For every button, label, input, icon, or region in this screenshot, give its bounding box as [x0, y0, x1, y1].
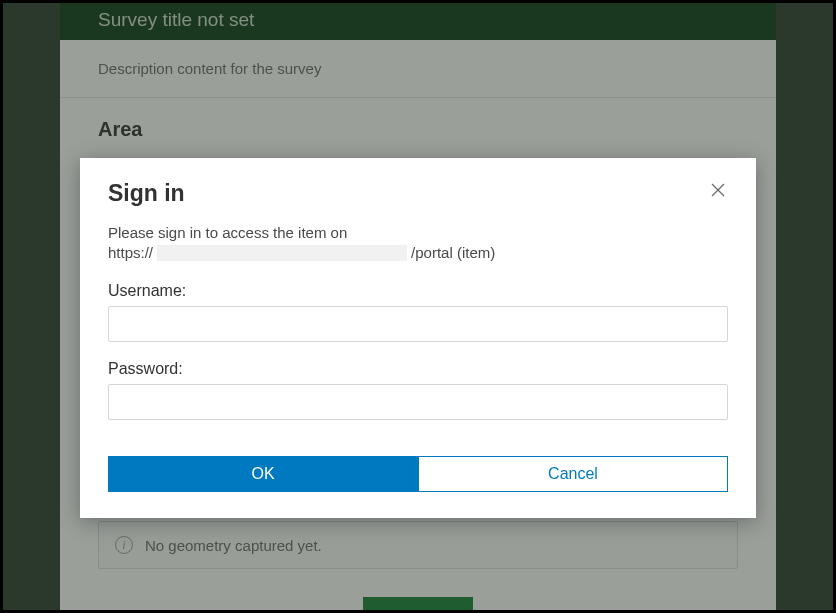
url-prefix: https://: [108, 243, 153, 263]
ok-button[interactable]: OK: [108, 456, 418, 492]
modal-message: Please sign in to access the item on htt…: [108, 223, 728, 264]
modal-title: Sign in: [108, 180, 185, 207]
modal-overlay: Sign in Please sign in to access the ite…: [0, 0, 836, 613]
signin-modal: Sign in Please sign in to access the ite…: [80, 158, 756, 518]
url-suffix: /portal (item): [411, 243, 495, 263]
username-group: Username:: [108, 282, 728, 342]
username-input[interactable]: [108, 306, 728, 342]
url-redacted: [157, 245, 407, 261]
password-label: Password:: [108, 360, 728, 378]
modal-url-line: https:// /portal (item): [108, 243, 728, 263]
modal-buttons: OK Cancel: [108, 456, 728, 492]
close-icon[interactable]: [708, 180, 728, 204]
cancel-button[interactable]: Cancel: [418, 456, 728, 492]
username-label: Username:: [108, 282, 728, 300]
password-group: Password:: [108, 360, 728, 420]
password-input[interactable]: [108, 384, 728, 420]
modal-header: Sign in: [108, 180, 728, 207]
modal-message-line1: Please sign in to access the item on: [108, 223, 728, 243]
